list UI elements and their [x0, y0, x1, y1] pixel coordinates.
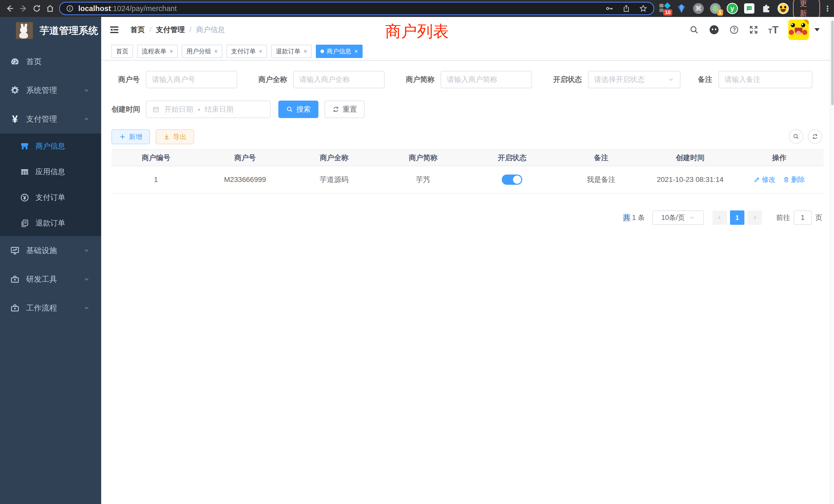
- close-icon[interactable]: ×: [259, 48, 262, 55]
- tab-process-form[interactable]: 流程表单×: [137, 45, 178, 58]
- tab-user-group[interactable]: 用户分组×: [182, 45, 222, 58]
- cell-merchant-no: M233666999: [200, 176, 290, 184]
- sidebar-item-app-info[interactable]: 应用信息: [0, 159, 101, 185]
- goto-label: 前往: [776, 213, 790, 222]
- short-name-input[interactable]: [441, 71, 532, 88]
- site-info-icon[interactable]: [66, 5, 74, 12]
- font-size-icon[interactable]: TT: [768, 24, 778, 36]
- cell-remark: 我是备注: [557, 175, 646, 184]
- close-icon[interactable]: ×: [354, 48, 358, 55]
- pagination-total: 共 1 条: [623, 213, 645, 222]
- browser-back-button[interactable]: [3, 1, 17, 16]
- sidebar-item-dev-tools[interactable]: 研发工具: [0, 265, 101, 294]
- date-separator: -: [198, 105, 200, 113]
- delete-link[interactable]: 删除: [783, 175, 805, 184]
- merchant-table: 商户编号 商户号 商户全称 商户简称 开启状态 备注 创建时间 操作 1 M23…: [111, 150, 824, 193]
- avatar-caret-icon[interactable]: [814, 28, 820, 31]
- share-icon[interactable]: [622, 4, 630, 13]
- storefront-icon: [20, 142, 30, 151]
- app-logo-row[interactable]: 芋道管理系统: [0, 17, 101, 44]
- page-size-select[interactable]: 10条/页: [653, 210, 704, 225]
- header-actions: TT: [689, 17, 820, 43]
- merchant-no-input[interactable]: [146, 71, 237, 88]
- password-key-icon[interactable]: [605, 4, 613, 13]
- browser-menu-icon[interactable]: ⋮: [824, 4, 831, 13]
- extension-command-icon[interactable]: ⌘: [693, 3, 704, 14]
- tab-pay-order[interactable]: 支付订单×: [226, 45, 267, 58]
- status-select[interactable]: 请选择开启状态: [588, 71, 680, 88]
- fullscreen-icon[interactable]: [749, 25, 759, 35]
- breadcrumb-payment[interactable]: 支付管理: [156, 25, 185, 35]
- grid-icon: [20, 167, 30, 177]
- sidebar-item-payment[interactable]: ¥ 支付管理: [0, 105, 101, 134]
- reset-button[interactable]: 重置: [325, 100, 365, 118]
- sidebar-item-merchant-info[interactable]: 商户信息: [0, 134, 101, 159]
- sidebar-item-home[interactable]: 首页: [0, 47, 101, 76]
- github-icon[interactable]: [709, 24, 720, 35]
- chevron-down-icon: [83, 247, 90, 254]
- prev-page-button[interactable]: [712, 210, 727, 225]
- browser-home-button[interactable]: [43, 1, 57, 16]
- extension-gem-icon[interactable]: [676, 3, 687, 14]
- url-text[interactable]: localhost:1024/pay/merchant: [78, 4, 596, 13]
- tab-merchant-info[interactable]: 商户信息×: [316, 45, 363, 58]
- add-button[interactable]: 新增: [111, 129, 150, 144]
- tab-home[interactable]: 首页: [111, 45, 133, 58]
- sidebar-item-system[interactable]: 系统管理: [0, 76, 101, 105]
- extension-camera-icon[interactable]: 1: [710, 3, 721, 14]
- scrollbar-thumb[interactable]: [831, 21, 834, 105]
- close-icon[interactable]: ×: [304, 48, 307, 55]
- breadcrumb: 首页 / 支付管理 / 商户信息: [130, 25, 225, 35]
- plus-icon: [119, 134, 126, 140]
- payment-submenu: 商户信息 应用信息 支付订单 退款订单: [0, 134, 101, 236]
- user-avatar[interactable]: [788, 20, 809, 40]
- forward-arrow-icon: [19, 4, 28, 13]
- sidebar-item-label: 应用信息: [36, 167, 65, 177]
- page-number-button[interactable]: 1: [730, 210, 744, 225]
- close-icon[interactable]: ×: [170, 48, 173, 55]
- breadcrumb-separator: /: [150, 26, 152, 34]
- extension-chat-icon[interactable]: [744, 3, 755, 14]
- sidebar-item-workflow[interactable]: 工作流程: [0, 294, 101, 322]
- search-icon[interactable]: [689, 25, 699, 35]
- column-header: 商户编号: [111, 153, 200, 163]
- sidebar-item-pay-order[interactable]: 支付订单: [0, 185, 101, 210]
- chevron-down-icon: [689, 214, 695, 221]
- date-range-picker[interactable]: 开始日期 - 结束日期: [146, 100, 271, 118]
- goto-page-input[interactable]: [794, 210, 812, 225]
- extension-tabs-icon[interactable]: 10: [659, 3, 670, 14]
- edit-link[interactable]: 修改: [754, 175, 776, 184]
- next-page-button[interactable]: [747, 210, 762, 225]
- url-host: localhost: [78, 4, 111, 13]
- browser-toolbar: localhost:1024/pay/merchant 10 ⌘ 1: [0, 0, 834, 17]
- search-icon: [286, 106, 293, 113]
- browser-reload-button[interactable]: [30, 1, 43, 16]
- full-name-input[interactable]: [293, 71, 385, 88]
- sidebar-fold-icon[interactable]: [109, 24, 120, 35]
- bookmark-star-icon[interactable]: [639, 4, 647, 13]
- sidebar-item-infrastructure[interactable]: 基础设施: [0, 236, 101, 265]
- sidebar-item-label: 支付订单: [36, 192, 65, 203]
- search-button[interactable]: 搜索: [278, 100, 319, 118]
- browser-profile-avatar[interactable]: [777, 3, 789, 14]
- tab-refund-order[interactable]: 退款订单×: [271, 45, 312, 58]
- address-bar[interactable]: localhost:1024/pay/merchant: [59, 2, 654, 15]
- extension-yuque-icon[interactable]: y: [727, 3, 738, 14]
- trash-icon: [783, 176, 790, 183]
- sidebar-item-refund-order[interactable]: 退款订单: [0, 210, 101, 236]
- cell-full-name: 芋道源码: [290, 175, 379, 184]
- status-toggle[interactable]: [502, 175, 522, 185]
- page-scrollbar[interactable]: [830, 17, 834, 504]
- toggle-search-button[interactable]: [789, 129, 803, 144]
- browser-forward-button[interactable]: [17, 1, 30, 16]
- help-icon[interactable]: [729, 25, 739, 35]
- remark-input[interactable]: [719, 71, 812, 88]
- close-icon[interactable]: ×: [214, 48, 218, 55]
- breadcrumb-home[interactable]: 首页: [130, 25, 145, 35]
- app-title: 芋道管理系统: [40, 24, 98, 37]
- column-header: 商户全称: [290, 153, 379, 163]
- refresh-button[interactable]: [808, 129, 822, 144]
- extensions-puzzle-icon[interactable]: [761, 3, 772, 14]
- export-button[interactable]: 导出: [156, 129, 194, 144]
- status-placeholder: 请选择开启状态: [594, 75, 667, 85]
